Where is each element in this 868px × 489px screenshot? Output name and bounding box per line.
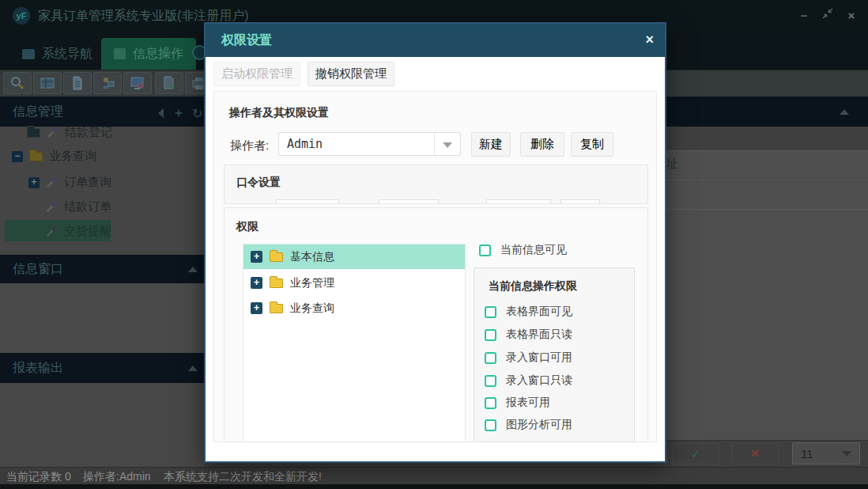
- tree-item-settle-order[interactable]: 结款订单: [46, 199, 111, 214]
- folder-icon: [270, 279, 283, 288]
- tree-item-settle-register[interactable]: 结款登记: [27, 125, 112, 140]
- password-input[interactable]: [276, 199, 339, 204]
- password-input-3[interactable]: [486, 199, 551, 204]
- minimize-button[interactable]: −: [795, 9, 813, 22]
- search-icon[interactable]: [3, 72, 32, 94]
- checkbox-icon[interactable]: [479, 244, 491, 256]
- wand-icon: [46, 176, 58, 188]
- collapse-left-icon[interactable]: [158, 108, 164, 118]
- report-output-panel: [0, 383, 204, 467]
- page-size-select[interactable]: 11: [792, 442, 860, 464]
- checkbox-icon[interactable]: [485, 352, 496, 364]
- section-title: 操作者及其权限设置: [229, 106, 329, 120]
- status-record-count: 当前记录数 0: [6, 470, 71, 484]
- operator-permission-section: 操作者及其权限设置 操作者: Admin 新建 删除 复制 口令设置 权限: [213, 91, 657, 442]
- password-settings-panel: 口令设置: [224, 165, 648, 204]
- permissions-panel: 权限 + 基本信息 + 业务管理 + 业务查询: [224, 207, 648, 442]
- tab-system-nav[interactable]: 系统导航: [14, 38, 100, 70]
- wand-icon: [47, 127, 58, 138]
- expand-plus-icon[interactable]: +: [28, 177, 40, 188]
- chevron-down-icon: [443, 142, 452, 148]
- copy-operator-button[interactable]: 复制: [571, 132, 613, 157]
- collapse-minus-icon[interactable]: −: [12, 151, 23, 162]
- expand-plus-icon[interactable]: +: [251, 277, 262, 289]
- perm-box-title: 当前信息操作权限: [489, 279, 577, 294]
- wand-icon: [46, 201, 58, 213]
- monitor-icon[interactable]: [123, 72, 152, 94]
- app-window: yF 家具订单管理系统专业版(非注册用户) − × 系统导航 信息操作 信息管理: [0, 0, 868, 489]
- info-window-panel: [0, 283, 204, 353]
- confirm-check-button[interactable]: ✓: [672, 443, 719, 464]
- checkbox-table-visible[interactable]: 表格界面可见: [485, 305, 572, 319]
- delete-operator-button[interactable]: 删除: [520, 132, 564, 157]
- cancel-x-button[interactable]: ×: [731, 443, 779, 464]
- refresh-icon[interactable]: ↻: [192, 106, 202, 121]
- dialog-close-icon[interactable]: ×: [645, 32, 654, 47]
- panel-header-info-mgmt[interactable]: 信息管理: [0, 97, 204, 127]
- checkbox-icon[interactable]: [485, 397, 496, 409]
- collapse-up-icon[interactable]: [188, 366, 198, 371]
- panel-header-report-output[interactable]: 报表输出: [0, 353, 204, 383]
- current-info-permissions-box: 当前信息操作权限 表格界面可见 表格界面只读 录入窗口可用: [474, 267, 635, 442]
- folder-icon: [27, 128, 40, 138]
- status-bar: 当前记录数 0 操作者:Admin 本系统支持二次开发和全新开发!: [0, 467, 868, 484]
- new-operator-button[interactable]: 新建: [471, 132, 511, 157]
- tree-item-delivery-remind[interactable]: 交货提醒: [46, 224, 111, 239]
- expand-plus-icon[interactable]: +: [251, 251, 262, 263]
- status-note: 本系统支持二次开发和全新开发!: [164, 470, 322, 484]
- checkbox-icon[interactable]: [485, 306, 496, 318]
- password-apply-button[interactable]: [560, 199, 600, 204]
- folder-icon: [270, 304, 283, 313]
- panel-header-info-window[interactable]: 信息窗口: [0, 255, 204, 283]
- checkbox-icon[interactable]: [485, 375, 496, 387]
- folder-icon: [270, 252, 283, 262]
- checkbox-icon[interactable]: [485, 329, 496, 341]
- collapse-up-icon[interactable]: [840, 109, 849, 115]
- grid-icon: [114, 48, 126, 59]
- checkbox-table-readonly[interactable]: 表格界面只读: [485, 328, 572, 342]
- checkbox-icon[interactable]: [485, 419, 496, 431]
- revoke-permission-button[interactable]: 撤销权限管理: [308, 62, 394, 86]
- permission-settings-dialog: 权限设置 × 启动权限管理 撤销权限管理 操作者及其权限设置 操作者: Admi…: [204, 22, 666, 463]
- new-document-icon[interactable]: [155, 72, 183, 94]
- enable-permission-button[interactable]: 启动权限管理: [213, 62, 300, 86]
- app-logo-icon: yF: [13, 7, 30, 25]
- close-window-button[interactable]: ×: [843, 9, 860, 22]
- operator-select-value: Admin: [287, 137, 323, 151]
- checkbox-current-info-visible[interactable]: 当前信息可见: [479, 243, 567, 257]
- dialog-header: 权限设置 ×: [206, 24, 665, 57]
- add-icon[interactable]: +: [175, 106, 183, 119]
- square-icon: [22, 49, 35, 59]
- checkbox-graph-analysis-enabled[interactable]: 图形分析可用: [485, 418, 572, 432]
- password-confirm-input[interactable]: [379, 199, 439, 204]
- tab-info-operations[interactable]: 信息操作: [101, 38, 196, 70]
- operator-select[interactable]: Admin: [278, 132, 461, 156]
- chevron-down-icon: [842, 451, 851, 457]
- permission-section-title: 权限: [236, 220, 259, 234]
- perm-tree-item-basic-info[interactable]: + 基本信息: [243, 244, 465, 269]
- tree-item-order-query[interactable]: + 订单查询: [28, 175, 111, 190]
- checkbox-report-enabled[interactable]: 报表可用: [485, 396, 550, 410]
- checkbox-entry-window-readonly[interactable]: 录入窗口只读: [485, 373, 572, 388]
- user-icon[interactable]: [93, 72, 122, 94]
- operator-label: 操作者:: [230, 138, 269, 154]
- address-field-label: 址: [666, 157, 678, 172]
- expand-plus-icon[interactable]: +: [251, 302, 262, 314]
- table-icon[interactable]: [33, 72, 62, 94]
- dialog-title: 权限设置: [221, 32, 272, 49]
- folder-icon: [29, 152, 43, 161]
- perm-tree-item-biz-query[interactable]: + 业务查询: [243, 296, 465, 320]
- restore-icon[interactable]: [819, 8, 836, 21]
- collapse-up-icon[interactable]: [188, 267, 198, 272]
- password-section-title: 口令设置: [236, 176, 281, 190]
- document-icon[interactable]: [63, 72, 92, 94]
- window-bottom-edge: [0, 484, 868, 489]
- wand-icon: [46, 226, 58, 237]
- status-operator: 操作者:Admin: [83, 470, 151, 484]
- checkbox-entry-window-enabled[interactable]: 录入窗口可用: [485, 351, 572, 365]
- perm-tree-item-biz-mgmt[interactable]: + 业务管理: [243, 271, 465, 295]
- tree-item-biz-query-group[interactable]: − 业务查询: [12, 149, 96, 164]
- permission-tree: + 基本信息 + 业务管理 + 业务查询: [243, 244, 466, 442]
